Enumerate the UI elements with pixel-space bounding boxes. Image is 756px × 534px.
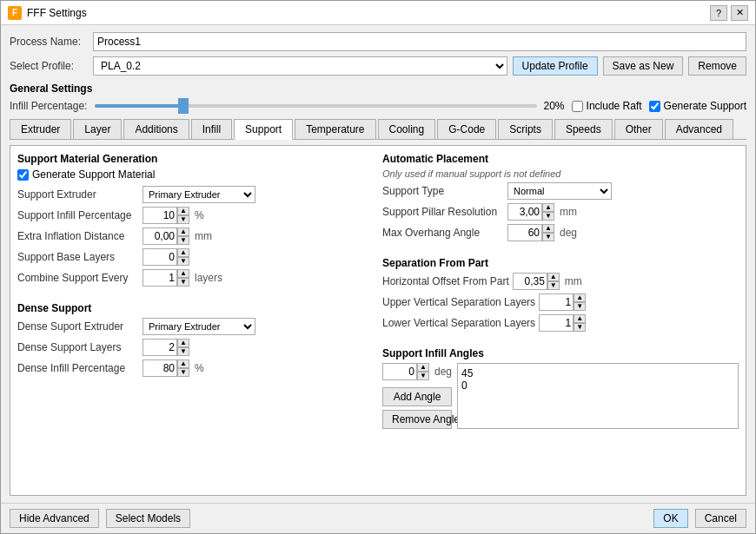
extra-inflation-input[interactable] [143, 227, 177, 245]
upper-vertical-row: Upper Vertical Separation Layers ▲ ▼ [382, 293, 739, 311]
support-panels: Support Material Generation Generate Sup… [17, 153, 739, 488]
process-name-input[interactable] [93, 32, 746, 51]
extra-inflation-up[interactable]: ▲ [177, 227, 189, 236]
support-base-layers-row: Support Base Layers ▲ ▼ [17, 248, 374, 266]
lower-vertical-input[interactable] [539, 314, 574, 332]
support-extruder-select[interactable]: Primary Extruder [143, 186, 255, 203]
dense-infill-pct-label: Dense Infill Percentage [17, 362, 139, 374]
support-type-label: Support Type [382, 185, 504, 197]
combine-support-up[interactable]: ▲ [177, 269, 189, 278]
extra-inflation-down[interactable]: ▼ [177, 236, 189, 245]
support-material-generation-section: Support Material Generation Generate Sup… [17, 153, 374, 290]
horizontal-offset-down[interactable]: ▼ [547, 281, 560, 290]
overhang-angle-row: Max Overhang Angle ▲ ▼ deg [382, 224, 739, 241]
support-infill-pct-spinner: ▲ ▼ [143, 207, 189, 224]
angle-spinner: ▲ ▼ [382, 363, 429, 380]
dense-infill-pct-row: Dense Infill Percentage ▲ ▼ % [17, 359, 374, 377]
combine-support-input[interactable] [143, 269, 177, 287]
remove-angle-button[interactable]: Remove Angle [382, 410, 452, 429]
dense-support-layers-down[interactable]: ▼ [177, 347, 189, 356]
dense-extruder-row: Dense Suport Extruder Primary Extruder [17, 318, 374, 335]
update-profile-button[interactable]: Update Profile [513, 56, 598, 76]
upper-vertical-down[interactable]: ▼ [574, 302, 586, 311]
support-type-select[interactable]: Normal [507, 182, 612, 200]
combine-support-down[interactable]: ▼ [177, 278, 189, 287]
include-raft-checkbox[interactable] [572, 101, 583, 112]
horizontal-offset-input[interactable] [513, 273, 547, 290]
support-base-layers-up[interactable]: ▲ [177, 248, 189, 257]
tab-infill[interactable]: Infill [191, 119, 232, 139]
generate-support-material-checkbox[interactable] [17, 169, 29, 181]
support-infill-pct-input[interactable] [143, 207, 177, 224]
overhang-angle-down[interactable]: ▼ [542, 233, 554, 241]
tab-layer[interactable]: Layer [73, 119, 122, 139]
lower-vertical-up[interactable]: ▲ [574, 314, 586, 323]
help-button[interactable]: ? [710, 5, 727, 21]
dense-infill-pct-up[interactable]: ▲ [177, 359, 189, 368]
upper-vertical-up[interactable]: ▲ [574, 293, 586, 302]
generate-support-material-label: Generate Support Material [32, 168, 155, 181]
angles-list[interactable]: 45 0 [457, 363, 739, 429]
tab-scripts[interactable]: Scripts [498, 119, 553, 139]
profile-select[interactable]: PLA_0.2 [93, 56, 507, 76]
dense-infill-pct-input[interactable] [143, 359, 177, 377]
pillar-resolution-up[interactable]: ▲ [542, 203, 554, 212]
angle-input[interactable] [382, 363, 417, 380]
dense-support-layers-input[interactable] [143, 339, 177, 356]
tab-cooling[interactable]: Cooling [378, 119, 436, 139]
tab-additions[interactable]: Additions [123, 119, 189, 139]
tab-other[interactable]: Other [614, 119, 663, 139]
generate-support-label: Generate Support [664, 100, 746, 112]
combine-support-row: Combine Support Every ▲ ▼ layers [17, 269, 374, 287]
overhang-angle-up[interactable]: ▲ [542, 224, 554, 233]
angles-control: ▲ ▼ deg Add Angle Remove Angle [382, 363, 452, 429]
close-button[interactable]: ✕ [731, 5, 748, 21]
tab-support[interactable]: Support [234, 119, 293, 140]
pillar-resolution-label: Support Pillar Resolution [382, 206, 504, 218]
support-extruder-row: Support Extruder Primary Extruder [17, 186, 374, 203]
tab-extruder[interactable]: Extruder [10, 119, 71, 139]
tab-content-support: Support Material Generation Generate Sup… [10, 145, 746, 496]
support-infill-pct-unit: % [195, 209, 204, 221]
horizontal-offset-up[interactable]: ▲ [547, 273, 560, 281]
infill-slider-thumb[interactable] [178, 98, 189, 114]
add-angle-button[interactable]: Add Angle [382, 387, 452, 406]
tab-gcode[interactable]: G-Code [437, 119, 496, 139]
dense-support-section: Dense Support Dense Suport Extruder Prim… [17, 302, 374, 380]
extra-inflation-spinner: ▲ ▼ [143, 227, 189, 245]
dense-support-layers-btns: ▲ ▼ [177, 339, 189, 356]
ok-button[interactable]: OK [653, 509, 687, 528]
save-as-new-button[interactable]: Save as New [603, 56, 684, 76]
angle-up[interactable]: ▲ [417, 363, 429, 372]
pillar-resolution-input[interactable] [507, 203, 542, 221]
generate-support-checkbox[interactable] [649, 101, 660, 112]
lower-vertical-down[interactable]: ▼ [574, 323, 586, 332]
support-infill-pct-down[interactable]: ▼ [177, 215, 189, 224]
pillar-resolution-unit: mm [560, 206, 577, 218]
select-models-button[interactable]: Select Models [106, 509, 190, 528]
pillar-resolution-down[interactable]: ▼ [542, 212, 554, 221]
dense-extruder-select[interactable]: Primary Extruder [143, 318, 255, 335]
upper-vertical-input[interactable] [539, 293, 574, 311]
cancel-button[interactable]: Cancel [695, 509, 746, 528]
tab-temperature[interactable]: Temperature [295, 119, 375, 139]
dense-support-layers-up[interactable]: ▲ [177, 339, 189, 347]
infill-angles-title: Support Infill Angles [382, 347, 739, 359]
support-base-layers-input[interactable] [143, 248, 177, 266]
hide-advanced-button[interactable]: Hide Advanced [10, 509, 99, 528]
process-name-label: Process Name: [10, 36, 88, 48]
infill-slider-track[interactable] [95, 104, 537, 108]
support-infill-pct-up[interactable]: ▲ [177, 207, 189, 215]
remove-button[interactable]: Remove [688, 56, 746, 76]
tab-speeds[interactable]: Speeds [554, 119, 613, 139]
horizontal-offset-btns: ▲ ▼ [547, 273, 560, 290]
bottom-bar: Hide Advanced Select Models OK Cancel [1, 503, 755, 533]
angle-down[interactable]: ▼ [417, 372, 429, 380]
tab-advanced[interactable]: Advanced [665, 119, 733, 139]
dense-infill-pct-down[interactable]: ▼ [177, 368, 189, 377]
angle-list-item: 0 [461, 379, 734, 392]
support-base-layers-down[interactable]: ▼ [177, 257, 189, 266]
overhang-angle-input[interactable] [507, 224, 542, 241]
main-content: Process Name: Select Profile: PLA_0.2 Up… [1, 25, 755, 503]
pillar-resolution-btns: ▲ ▼ [542, 203, 554, 221]
